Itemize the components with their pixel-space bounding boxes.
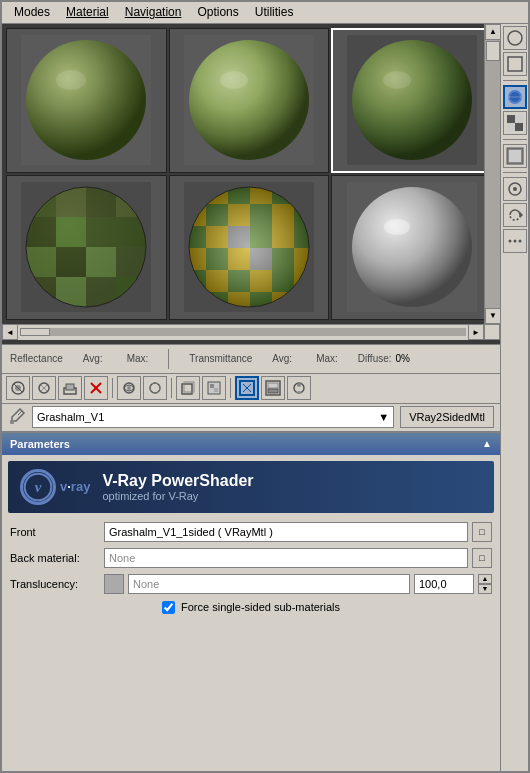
h-scroll-track [20,328,466,336]
svg-point-72 [384,219,410,235]
svg-point-114 [513,187,517,191]
svg-rect-95 [268,389,278,393]
eyedropper-icon[interactable] [8,407,26,428]
preview-grid [2,24,496,324]
parameters-collapse-btn[interactable]: ▲ [482,438,492,449]
svg-rect-88 [210,384,214,388]
h-scrollbar: ◄ ► [2,324,500,340]
back-field-btn[interactable]: □ [472,548,492,568]
options-sidebar-icon[interactable] [503,177,527,201]
effects-btn[interactable] [143,376,167,400]
sphere-preview-icon[interactable] [503,26,527,50]
backlight-btn[interactable] [261,376,285,400]
delete-btn[interactable] [84,376,108,400]
transmittance-label: Transmittance [189,353,252,364]
toolbar-sep1 [112,378,113,398]
vray-banner: v v·ray V-Ray PowerShader optimized for … [8,461,494,513]
toolbar-sep3 [230,378,231,398]
scroll-down-btn[interactable]: ▼ [485,308,500,324]
preview-cell-1[interactable] [6,28,167,173]
front-field[interactable]: Grashalm_V1_1sided ( VRayMtl ) [104,522,468,542]
reflectance-group: Reflectance [10,353,63,364]
translucency-number[interactable]: 100,0 [414,574,474,594]
preview-cell-5[interactable] [169,175,330,320]
more-icon[interactable] [503,229,527,253]
copy-btn[interactable] [176,376,200,400]
toolbar [2,374,500,404]
svg-rect-107 [507,115,515,123]
diffuse-group: Diffuse: 0% [358,353,410,364]
avg-label1: Avg: [83,353,103,364]
right-sidebar [500,24,528,771]
scroll-left-btn[interactable]: ◄ [2,324,18,340]
preview-cell-6[interactable] [331,175,492,320]
avg-label2: Avg: [272,353,292,364]
color-preview-icon[interactable] [503,85,527,109]
preview-cell-3[interactable] [331,28,492,173]
parameters-header: Parameters ▲ [2,433,500,455]
view-btn[interactable] [287,376,311,400]
h-scroll-thumb[interactable] [20,328,50,336]
rotate-icon[interactable] [503,203,527,227]
spin-down-btn[interactable]: ▼ [478,584,492,594]
preview-cell-4[interactable] [6,175,167,320]
sidebar-sep2 [503,139,527,140]
stats-area: Reflectance Avg: Max: Transmittance Avg:… [2,344,500,374]
back-property-row: Back material: None □ [2,545,500,571]
force-single-sided-checkbox[interactable] [162,601,175,614]
svg-rect-94 [268,383,278,388]
background-sidebar-icon[interactable] [503,144,527,168]
stat-separator [168,349,169,369]
svg-point-2 [26,40,146,160]
translucency-swatch[interactable] [104,574,124,594]
scroll-up-btn[interactable]: ▲ [485,24,500,40]
checkbox-container: Force single-sided sub-materials [162,601,340,614]
scroll-thumb[interactable] [486,41,500,61]
put-btn[interactable] [58,376,82,400]
menu-modes[interactable]: Modes [6,4,58,20]
preview-cell-2[interactable] [169,28,330,173]
menu-utilities[interactable]: Utilities [247,4,302,20]
checkered-icon[interactable] [503,111,527,135]
back-field[interactable]: None [104,548,468,568]
vray-brand-text: v·ray [60,479,90,494]
svg-point-68 [189,187,309,307]
main-container: ▲ ▼ ◄ ► Ref [2,24,528,771]
menu-options[interactable]: Options [189,4,246,20]
front-field-btn[interactable]: □ [472,522,492,542]
get-btn[interactable] [32,376,56,400]
background-btn[interactable] [235,376,259,400]
max-label1: Max: [127,353,149,364]
svg-rect-22 [56,247,86,277]
svg-rect-18 [86,217,116,247]
vray-product-name: V-Ray PowerShader [102,472,253,490]
front-property-row: Front Grashalm_V1_1sided ( VRayMtl ) □ [2,519,500,545]
menu-material[interactable]: Material [58,4,117,20]
material-type-btn[interactable]: VRay2SidedMtl [400,406,494,428]
sidebar-sep3 [503,172,527,173]
force-single-sided-label: Force single-sided sub-materials [181,601,340,613]
svg-point-82 [127,386,131,390]
svg-rect-108 [515,115,523,123]
spin-up-btn[interactable]: ▲ [478,574,492,584]
back-label: Back material: [10,552,100,564]
show-map-btn[interactable] [202,376,226,400]
svg-rect-112 [509,150,521,162]
max-label2: Max: [316,353,338,364]
vray-logo: v v·ray [20,469,90,505]
vray-product-sub: optimized for V-Ray [102,490,253,502]
material-name-dropdown[interactable]: Grashalm_V1 ▼ [32,406,394,428]
plane-preview-icon[interactable] [503,52,527,76]
scroll-track [485,40,500,308]
get-scene-btn[interactable] [117,376,141,400]
preview-scrollbar: ▲ ▼ [484,24,500,324]
svg-rect-103 [508,57,522,71]
svg-point-3 [56,70,86,90]
translucency-field[interactable]: None [128,574,410,594]
svg-point-97 [297,383,301,387]
diffuse-value: 0% [396,353,410,364]
scroll-right-btn[interactable]: ► [468,324,484,340]
front-label: Front [10,526,100,538]
assign-btn[interactable] [6,376,30,400]
menu-navigation[interactable]: Navigation [117,4,190,20]
